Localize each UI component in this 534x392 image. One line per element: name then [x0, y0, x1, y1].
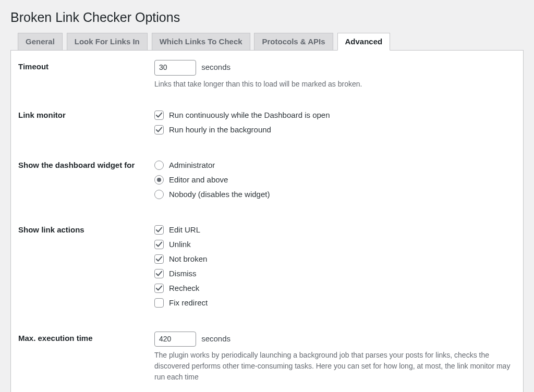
tab-navigation: General Look For Links In Which Links To…: [10, 32, 524, 51]
max-exec-description: The plugin works by periodically launchi…: [154, 350, 518, 383]
checkbox-run-continuously[interactable]: [154, 111, 164, 120]
checkbox-recheck-label: Recheck: [169, 284, 199, 292]
checkbox-fix-redirect[interactable]: [154, 298, 164, 308]
checkmark-icon: [155, 226, 163, 234]
tab-which-links[interactable]: Which Links To Check: [152, 33, 250, 50]
checkbox-unlink-label: Unlink: [169, 240, 191, 249]
tab-protocols-apis[interactable]: Protocols & APIs: [254, 33, 333, 50]
max-exec-unit: seconds: [201, 334, 230, 343]
max-exec-label: Max. execution time: [11, 322, 154, 392]
tab-look-for-links[interactable]: Look For Links In: [67, 33, 148, 50]
radio-editor-above[interactable]: [154, 175, 164, 185]
checkbox-edit-url-label: Edit URL: [169, 225, 200, 234]
checkbox-recheck[interactable]: [154, 284, 164, 293]
checkbox-edit-url[interactable]: [154, 225, 164, 235]
checkmark-icon: [155, 270, 163, 277]
tab-general[interactable]: General: [18, 33, 63, 50]
timeout-description: Links that take longer than this to load…: [154, 79, 518, 90]
checkbox-not-broken-label: Not broken: [169, 254, 207, 263]
radio-administrator[interactable]: [154, 161, 164, 170]
checkbox-run-hourly[interactable]: [154, 125, 164, 134]
checkmark-icon: [155, 112, 163, 119]
checkmark-icon: [155, 241, 163, 248]
checkbox-run-continuously-label: Run continuously while the Dashboard is …: [169, 111, 330, 119]
checkbox-unlink[interactable]: [154, 240, 164, 249]
dashboard-widget-label: Show the dashboard widget for: [11, 149, 154, 214]
link-monitor-label: Link monitor: [11, 99, 154, 149]
checkbox-dismiss-label: Dismiss: [169, 269, 197, 278]
checkbox-dismiss[interactable]: [154, 269, 164, 278]
link-actions-label: Show link actions: [11, 214, 154, 322]
checkbox-run-hourly-label: Run hourly in the background: [169, 125, 271, 134]
checkmark-icon: [155, 285, 163, 292]
timeout-label: Timeout: [11, 51, 154, 99]
checkmark-icon: [155, 126, 163, 133]
max-exec-input[interactable]: [154, 332, 196, 347]
checkbox-not-broken[interactable]: [154, 254, 164, 264]
radio-nobody[interactable]: [154, 190, 164, 199]
timeout-unit: seconds: [201, 63, 230, 71]
timeout-input[interactable]: [154, 60, 196, 76]
checkbox-fix-redirect-label: Fix redirect: [169, 298, 208, 307]
radio-editor-above-label: Editor and above: [169, 175, 228, 184]
radio-administrator-label: Administrator: [169, 161, 215, 169]
settings-panel: Timeout seconds Links that take longer t…: [10, 51, 524, 392]
checkmark-icon: [155, 255, 163, 263]
page-title: Broken Link Checker Options: [10, 5, 524, 32]
tab-advanced[interactable]: Advanced: [337, 33, 391, 51]
radio-nobody-label: Nobody (disables the widget): [169, 190, 270, 199]
